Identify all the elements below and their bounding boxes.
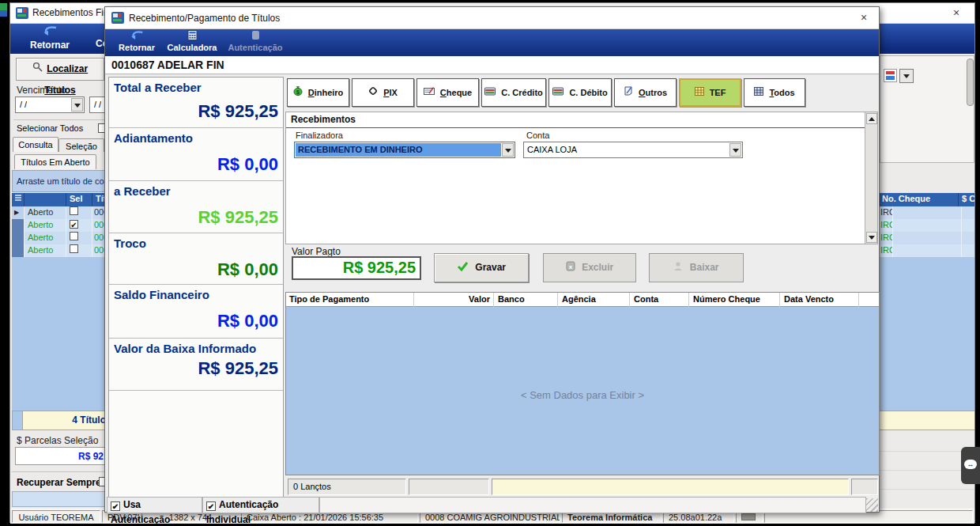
tef-button[interactable]: TEF (679, 78, 741, 107)
row-sel-cell[interactable]: ✔ (67, 219, 92, 232)
svg-text:x: x (569, 263, 573, 270)
row-status: Aberto (25, 232, 66, 244)
dropdown-button[interactable] (71, 98, 83, 112)
row-indicator (12, 232, 24, 244)
grid-header-right: No. Cheque $ Ch (880, 193, 974, 206)
total-label: Troco (114, 237, 278, 250)
customer-header: 0010687 ADELAR FIN (105, 56, 879, 74)
tab-titulos-em-aberto[interactable]: Títulos Em Aberto (14, 154, 96, 169)
grid-corner-icon[interactable] (12, 193, 24, 206)
grid-group-hint: Arraste um título de colun (12, 170, 107, 192)
dropdown-button[interactable] (502, 143, 514, 157)
total-a-receber-section: Total a Receber R$ 925,25 (109, 78, 283, 128)
finalizadora-label: Finalizadora (296, 131, 343, 140)
conta-select[interactable]: CAIXA LOJA (523, 142, 743, 158)
vencimento-label: Vencimento (17, 85, 66, 96)
svg-text:$: $ (296, 89, 300, 95)
resize-grip[interactable] (866, 498, 878, 512)
localizar-titulos-button[interactable]: Localizar Títulos (16, 58, 104, 81)
parcelas-selecao-input[interactable]: R$ 92 (15, 447, 107, 465)
grid-rows-left: ▶ Aberto 00001533 Aberto ✔ 00001483 Aber… (12, 206, 107, 257)
grid-empty-area-right (880, 257, 974, 411)
col-agencia[interactable]: Agência (559, 293, 630, 307)
table-row[interactable]: IRO (880, 206, 974, 219)
col-tipo-pagamento[interactable]: Tipo de Pagamento (286, 293, 414, 307)
groupbox-title: Recebimentos (291, 114, 356, 125)
total-label: Valor da Baixa Informado (114, 342, 278, 355)
calculadora-button[interactable]: Calculadora (162, 30, 222, 52)
divider (13, 119, 105, 120)
right-filter-panel (880, 55, 974, 163)
tab-consulta[interactable]: Consulta (13, 137, 58, 152)
dialog-close-button[interactable]: × (855, 11, 873, 25)
col-data-vencto[interactable]: Data Vencto (781, 293, 859, 307)
table-row[interactable]: Aberto 00001522 (12, 232, 107, 244)
recuperar-sempre-row[interactable]: Recuperar Sempre (17, 477, 110, 489)
dialog-titlebar[interactable]: Recebimento/Pagamento de Títulos × (105, 7, 879, 29)
groupbox-scrollbar[interactable] (865, 112, 877, 244)
usa-autenticacao-cell[interactable]: ✔Usa Autenticação (107, 497, 202, 513)
mini-tool-icon[interactable] (884, 69, 897, 82)
col-conta[interactable]: Conta (631, 293, 689, 307)
divider (12, 471, 107, 472)
table-row[interactable]: IRO (880, 244, 974, 257)
total-label: a Receber (114, 184, 278, 198)
valor-pagto-input[interactable]: R$ 925,25 (292, 256, 421, 280)
col-valor[interactable]: Valor (415, 293, 494, 307)
divider (286, 127, 877, 128)
row-sel-cell[interactable] (67, 206, 92, 219)
grid-totals-bar-left: 4 Título (12, 411, 107, 430)
col-banco[interactable]: Banco (495, 293, 558, 307)
mini-dropdown-button[interactable] (899, 69, 914, 83)
table-row[interactable]: IRO (880, 219, 974, 232)
calculator-icon (162, 30, 222, 42)
statusbar-user: Usuário TEOREMA (12, 510, 100, 523)
usa-autenticacao-checkbox[interactable]: ✔ (111, 501, 120, 511)
table-row[interactable]: IRO (880, 232, 974, 244)
scroll-up-button[interactable] (866, 113, 877, 124)
total-value: R$ 925,25 (114, 207, 278, 228)
selecionar-todos-row[interactable]: Selecionar Todos (17, 123, 107, 134)
finalizadora-select[interactable]: RECEBIMENTO EM DINHEIRO (294, 142, 515, 158)
desktop-icon-fragment (0, 3, 7, 10)
vencimento-date-from[interactable]: / / (15, 96, 85, 113)
col-numero-cheque[interactable]: Número Cheque (690, 293, 780, 307)
grid-col-cheque-val[interactable]: $ Ch (959, 193, 974, 206)
total-value: R$ 925,25 (114, 101, 278, 122)
autenticacao-individual-cell[interactable]: ✔Autenticação Individual (202, 497, 319, 513)
credit-card-icon (484, 80, 496, 106)
cheque-button[interactable]: Cheque (416, 78, 479, 107)
row-sel-cell[interactable] (67, 232, 92, 244)
grid-col-sel[interactable]: Sel (67, 193, 92, 206)
credito-button[interactable]: C. Crédito (481, 78, 546, 107)
autenticacao-individual-checkbox[interactable]: ✔ (206, 501, 216, 511)
grid-col-status[interactable] (25, 193, 66, 206)
table-row[interactable]: Aberto ✔ 00001483 (12, 219, 107, 232)
row-sel-cell[interactable] (67, 244, 92, 257)
window-retornar-button[interactable]: Retornar (24, 25, 75, 51)
row-status: Aberto (25, 244, 66, 257)
todos-button[interactable]: Todos (744, 78, 805, 107)
valor-pagto-label: Valor Pagto (292, 246, 341, 257)
scrollbar-thumb[interactable] (967, 59, 974, 106)
row-finalizadora: IRO (880, 206, 893, 219)
bottom-filler-bar (319, 497, 866, 513)
remote-access-handle[interactable]: ↔ (961, 447, 980, 484)
outros-button[interactable]: Outros (614, 78, 677, 107)
table-row[interactable]: Aberto 00001538 (12, 244, 107, 257)
dinheiro-button[interactable]: $ Dinheiro (287, 78, 349, 107)
payment-buttons-row: $ Dinheiro PIX Cheque C. Crédito C. Débi… (287, 78, 805, 108)
gravar-button[interactable]: Gravar (434, 253, 529, 282)
excluir-button: x Excluir (543, 253, 636, 282)
window-close-button[interactable]: × (948, 6, 965, 21)
scroll-down-button[interactable] (866, 232, 877, 243)
retornar-button[interactable]: Retornar (113, 30, 160, 52)
pix-button[interactable]: PIX (352, 78, 414, 107)
download-icon (673, 263, 685, 274)
dropdown-button[interactable] (729, 143, 741, 157)
grid-col-no-cheque[interactable]: No. Cheque (880, 193, 959, 206)
row-line (880, 470, 974, 471)
table-row[interactable]: ▶ Aberto 00001533 (12, 206, 107, 219)
tab-selecao[interactable]: Seleção (58, 138, 104, 152)
debito-button[interactable]: C. Débito (548, 78, 612, 107)
